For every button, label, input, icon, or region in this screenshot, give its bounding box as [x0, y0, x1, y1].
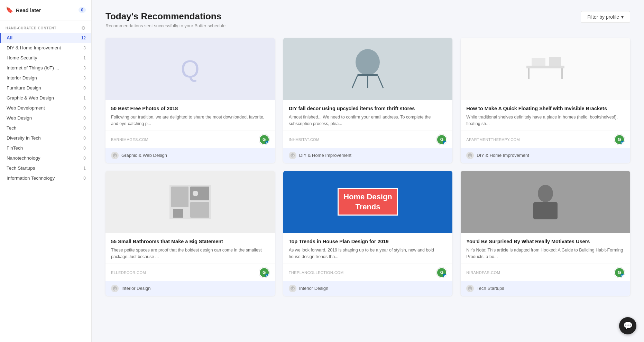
nav-item-label: Graphic & Web Design — [7, 95, 54, 101]
sidebar-header-left: 🔖 Read later — [6, 6, 41, 14]
sidebar-item-all[interactable]: All 12 — [0, 33, 91, 43]
card-category-bar[interactable]: Q Tech Startups — [461, 281, 630, 296]
linkedin-icon: in — [443, 274, 447, 278]
card-body: DIY fall decor using upcycled items from… — [283, 100, 453, 131]
article-card[interactable]: 55 Small Bathrooms that Make a Big State… — [105, 171, 275, 296]
filter-by-profile-button[interactable]: Filter by profile ▾ — [581, 11, 630, 23]
sidebar-item-information-technology[interactable]: Information Technology 0 — [0, 173, 91, 183]
header-text: Today's Recommendations Recommendations … — [105, 11, 226, 28]
svg-line-5 — [378, 76, 383, 88]
chevron-down-icon: ▾ — [621, 14, 624, 20]
card-category-bar[interactable]: Q Interior Design — [105, 281, 275, 296]
card-source: ELLEDECOR.COM — [111, 270, 146, 275]
card-category-bar[interactable]: Q DIY & Home Improvement — [283, 148, 453, 163]
card-title: You'd Be Surprised By What Really Motiva… — [466, 238, 625, 245]
card-description: These petite spaces are proof that the b… — [111, 247, 269, 260]
nav-item-count: 0 — [83, 156, 86, 161]
filter-label: Filter by profile — [587, 14, 619, 20]
svg-text:Q: Q — [291, 287, 294, 291]
page-title: Today's Recommendations — [105, 11, 226, 22]
sidebar-item-diy-home-improvement[interactable]: DIY & Home Improvement 3 — [0, 43, 91, 53]
nav-item-count: 1 — [83, 166, 86, 171]
sidebar-item-graphic-web-design[interactable]: Graphic & Web Design 1 — [0, 93, 91, 103]
sidebar-item-interior-design[interactable]: Interior Design 3 — [0, 73, 91, 83]
card-footer: INHABITAT.COM G in — [283, 131, 453, 148]
sidebar-item-tech[interactable]: Tech 0 — [0, 123, 91, 133]
card-category-bar[interactable]: Q Interior Design — [283, 281, 453, 296]
nav-item-count: 0 — [83, 106, 86, 111]
card-category-bar[interactable]: Q Graphic & Web Design — [105, 148, 275, 163]
nav-item-count: 0 — [83, 126, 86, 131]
article-card[interactable]: Q 50 Best Free Photos of 2018 Following … — [105, 38, 275, 163]
card-body: You'd Be Surprised By What Really Motiva… — [461, 233, 630, 264]
card-footer: BARNIMAGES.COM G in — [105, 131, 275, 148]
nav-item-count: 0 — [83, 86, 86, 91]
avatar: G in — [436, 134, 447, 145]
svg-rect-17 — [171, 187, 188, 207]
bookmark-icon: 🔖 — [6, 6, 13, 14]
svg-point-20 — [193, 191, 198, 196]
sidebar-item-diversity-in-tech[interactable]: Diversity In Tech 0 — [0, 133, 91, 143]
card-title: Top Trends in House Plan Design for 2019 — [289, 238, 447, 245]
sidebar-item-nanotechnology[interactable]: Nanotechnology 0 — [0, 153, 91, 163]
sidebar-item-web-development[interactable]: Web Development 0 — [0, 103, 91, 113]
linkedin-icon: in — [265, 141, 269, 145]
avatar: G in — [259, 134, 269, 145]
page-subtitle: Recommendations sent successfully to you… — [105, 23, 226, 28]
card-body: Top Trends in House Plan Design for 2019… — [283, 233, 453, 264]
card-description: Nir's Note: This article is adapted from… — [466, 247, 625, 260]
svg-text:Q: Q — [113, 287, 116, 291]
card-title: DIY fall decor using upcycled items from… — [289, 105, 447, 112]
nav-item-label: Home Security — [7, 55, 37, 60]
card-category-label: DIY & Home Improvement — [477, 153, 529, 158]
sidebar-badge: 0 — [79, 7, 86, 13]
card-category-bar[interactable]: Q DIY & Home Improvement — [461, 148, 630, 163]
card-category-label: DIY & Home Improvement — [299, 153, 351, 158]
svg-rect-9 — [526, 66, 564, 68]
sidebar-item-web-design[interactable]: Web Design 0 — [0, 113, 91, 123]
sidebar: 🔖 Read later 0 HAND-CURATED CONTENT ⚙ Al… — [0, 0, 92, 342]
card-category-label: Interior Design — [121, 286, 151, 291]
linkedin-icon: in — [620, 141, 625, 145]
article-card[interactable]: DIY fall decor using upcycled items from… — [283, 38, 453, 163]
article-card[interactable]: How to Make A Quick Floating Shelf with … — [461, 38, 630, 163]
sidebar-section-header: HAND-CURATED CONTENT ⚙ — [0, 20, 91, 33]
card-source: APARTMENTTHERAPY.COM — [466, 137, 520, 142]
nav-item-count: 0 — [83, 176, 86, 181]
avatar: G in — [259, 267, 269, 278]
chat-icon: 💬 — [623, 321, 633, 330]
svg-text:Q: Q — [113, 154, 116, 158]
card-source: INHABITAT.COM — [289, 137, 320, 142]
nav-item-count: 3 — [83, 76, 86, 80]
cards-grid: Q 50 Best Free Photos of 2018 Following … — [105, 38, 630, 296]
avatar: G in — [436, 267, 447, 278]
svg-text:Q: Q — [291, 154, 294, 158]
gear-icon[interactable]: ⚙ — [81, 25, 86, 31]
svg-line-4 — [352, 76, 357, 88]
card-image-card-1: Q — [105, 38, 275, 100]
sidebar-nav: All 12 DIY & Home Improvement 3 Home Sec… — [0, 33, 91, 183]
card-description: While traditional shelves definitely hav… — [466, 114, 625, 127]
article-card[interactable]: Home DesignTrends Top Trends in House Pl… — [283, 171, 453, 296]
card-footer: ELLEDECOR.COM G in — [105, 264, 275, 281]
sidebar-item-furniture-design[interactable]: Furniture Design 0 — [0, 83, 91, 93]
avatar: G in — [614, 134, 625, 145]
nav-item-label: Diversity In Tech — [7, 135, 41, 141]
sidebar-item-fintech[interactable]: FinTech 0 — [0, 143, 91, 153]
card-title: 55 Small Bathrooms that Make a Big State… — [111, 238, 269, 245]
card-body: How to Make A Quick Floating Shelf with … — [461, 100, 630, 131]
card-body: 50 Best Free Photos of 2018 Following ou… — [105, 100, 275, 131]
article-card[interactable]: You'd Be Surprised By What Really Motiva… — [461, 171, 630, 296]
chat-button[interactable]: 💬 — [619, 317, 636, 334]
svg-point-26 — [538, 185, 553, 202]
nav-item-label: Web Design — [7, 115, 32, 121]
card-description: As we look forward, 2019 is shaping up t… — [289, 247, 447, 260]
svg-rect-21 — [173, 209, 183, 218]
nav-item-label: Internet of Things (IoT) ... — [7, 65, 59, 70]
card-category-label: Interior Design — [299, 286, 329, 291]
avatar: G in — [614, 267, 625, 278]
sidebar-item-internet-of-things-iot-[interactable]: Internet of Things (IoT) ... 3 — [0, 63, 91, 73]
nav-item-count: 12 — [81, 36, 86, 40]
sidebar-item-home-security[interactable]: Home Security 1 — [0, 53, 91, 63]
sidebar-item-tech-startups[interactable]: Tech Startups 1 — [0, 163, 91, 173]
